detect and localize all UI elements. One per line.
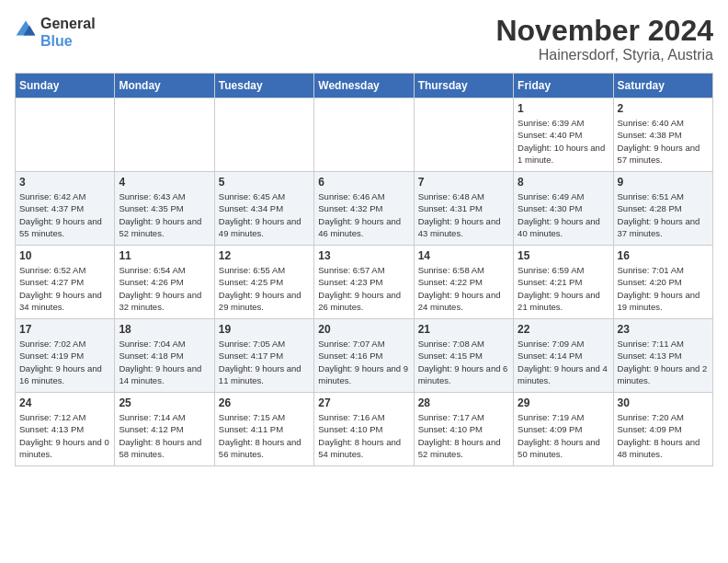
day-number: 29: [518, 396, 609, 409]
day-info: Sunrise: 6:39 AM Sunset: 4:40 PM Dayligh…: [518, 117, 609, 166]
day-number: 5: [219, 176, 310, 189]
day-number: 26: [219, 396, 310, 409]
calendar-day-cell: [314, 98, 414, 172]
day-info: Sunrise: 7:07 AM Sunset: 4:16 PM Dayligh…: [318, 338, 409, 386]
day-number: 21: [418, 323, 509, 336]
header-cell-saturday: Saturday: [613, 74, 712, 98]
day-info: Sunrise: 6:43 AM Sunset: 4:35 PM Dayligh…: [119, 190, 210, 239]
calendar-day-cell: 22Sunrise: 7:09 AM Sunset: 4:14 PM Dayli…: [514, 319, 613, 393]
calendar-week-row: 24Sunrise: 7:12 AM Sunset: 4:13 PM Dayli…: [16, 393, 713, 466]
calendar-day-cell: [16, 98, 115, 172]
calendar-body: 1Sunrise: 6:39 AM Sunset: 4:40 PM Daylig…: [16, 98, 713, 466]
calendar-day-cell: 3Sunrise: 6:42 AM Sunset: 4:37 PM Daylig…: [16, 172, 115, 246]
day-info: Sunrise: 6:42 AM Sunset: 4:37 PM Dayligh…: [19, 190, 110, 239]
calendar-week-row: 3Sunrise: 6:42 AM Sunset: 4:37 PM Daylig…: [16, 172, 713, 246]
calendar-week-row: 10Sunrise: 6:52 AM Sunset: 4:27 PM Dayli…: [16, 246, 713, 319]
calendar-day-cell: 4Sunrise: 6:43 AM Sunset: 4:35 PM Daylig…: [115, 172, 214, 246]
day-info: Sunrise: 7:08 AM Sunset: 4:15 PM Dayligh…: [418, 338, 509, 386]
calendar-day-cell: [115, 98, 214, 172]
day-number: 8: [518, 176, 609, 189]
subtitle: Hainersdorf, Styria, Austria: [495, 47, 713, 63]
day-info: Sunrise: 6:49 AM Sunset: 4:30 PM Dayligh…: [518, 190, 609, 239]
calendar-day-cell: 16Sunrise: 7:01 AM Sunset: 4:20 PM Dayli…: [613, 246, 712, 319]
day-number: 22: [518, 323, 609, 336]
header-cell-wednesday: Wednesday: [314, 74, 414, 98]
calendar-day-cell: 9Sunrise: 6:51 AM Sunset: 4:28 PM Daylig…: [613, 172, 712, 246]
header-cell-tuesday: Tuesday: [214, 74, 313, 98]
calendar-header-row: SundayMondayTuesdayWednesdayThursdayFrid…: [16, 74, 713, 98]
day-info: Sunrise: 6:54 AM Sunset: 4:26 PM Dayligh…: [119, 264, 210, 313]
day-number: 28: [418, 396, 509, 409]
day-info: Sunrise: 7:15 AM Sunset: 4:11 PM Dayligh…: [219, 411, 310, 460]
logo-text-general: General: [40, 15, 96, 32]
calendar-day-cell: 15Sunrise: 6:59 AM Sunset: 4:21 PM Dayli…: [514, 246, 613, 319]
day-info: Sunrise: 6:46 AM Sunset: 4:32 PM Dayligh…: [318, 190, 409, 239]
calendar-day-cell: 24Sunrise: 7:12 AM Sunset: 4:13 PM Dayli…: [16, 393, 115, 466]
calendar-day-cell: 10Sunrise: 6:52 AM Sunset: 4:27 PM Dayli…: [16, 246, 115, 319]
logo-text-blue: Blue: [40, 32, 96, 50]
day-info: Sunrise: 7:01 AM Sunset: 4:20 PM Dayligh…: [618, 264, 709, 313]
day-number: 10: [19, 249, 110, 262]
day-info: Sunrise: 6:58 AM Sunset: 4:22 PM Dayligh…: [418, 264, 509, 313]
day-info: Sunrise: 6:57 AM Sunset: 4:23 PM Dayligh…: [318, 264, 409, 313]
header: General Blue November 2024 Hainersdorf, …: [15, 15, 713, 63]
calendar-day-cell: 11Sunrise: 6:54 AM Sunset: 4:26 PM Dayli…: [115, 246, 214, 319]
day-number: 14: [418, 249, 509, 262]
day-info: Sunrise: 6:51 AM Sunset: 4:28 PM Dayligh…: [618, 190, 709, 239]
calendar-day-cell: 28Sunrise: 7:17 AM Sunset: 4:10 PM Dayli…: [414, 393, 513, 466]
calendar-day-cell: 19Sunrise: 7:05 AM Sunset: 4:17 PM Dayli…: [214, 319, 313, 393]
day-info: Sunrise: 7:09 AM Sunset: 4:14 PM Dayligh…: [518, 338, 609, 386]
day-info: Sunrise: 7:16 AM Sunset: 4:10 PM Dayligh…: [318, 411, 409, 460]
header-cell-friday: Friday: [514, 74, 613, 98]
title-area: November 2024 Hainersdorf, Styria, Austr…: [495, 15, 713, 63]
calendar: SundayMondayTuesdayWednesdayThursdayFrid…: [15, 73, 713, 466]
calendar-day-cell: 30Sunrise: 7:20 AM Sunset: 4:09 PM Dayli…: [613, 393, 712, 466]
calendar-day-cell: 20Sunrise: 7:07 AM Sunset: 4:16 PM Dayli…: [314, 319, 414, 393]
day-info: Sunrise: 6:52 AM Sunset: 4:27 PM Dayligh…: [19, 264, 110, 313]
calendar-day-cell: 8Sunrise: 6:49 AM Sunset: 4:30 PM Daylig…: [514, 172, 613, 246]
day-number: 25: [119, 396, 210, 409]
calendar-day-cell: 27Sunrise: 7:16 AM Sunset: 4:10 PM Dayli…: [314, 393, 414, 466]
day-info: Sunrise: 7:12 AM Sunset: 4:13 PM Dayligh…: [19, 411, 110, 460]
day-number: 18: [119, 323, 210, 336]
calendar-day-cell: 23Sunrise: 7:11 AM Sunset: 4:13 PM Dayli…: [613, 319, 712, 393]
day-number: 3: [19, 176, 110, 189]
header-cell-thursday: Thursday: [414, 74, 513, 98]
day-number: 12: [219, 249, 310, 262]
logo-icon: [15, 19, 37, 41]
day-number: 20: [318, 323, 409, 336]
day-number: 23: [618, 323, 709, 336]
day-number: 24: [19, 396, 110, 409]
day-number: 13: [318, 249, 409, 262]
day-number: 2: [618, 102, 709, 115]
calendar-day-cell: 14Sunrise: 6:58 AM Sunset: 4:22 PM Dayli…: [414, 246, 513, 319]
day-number: 6: [318, 176, 409, 189]
calendar-day-cell: 7Sunrise: 6:48 AM Sunset: 4:31 PM Daylig…: [414, 172, 513, 246]
header-cell-monday: Monday: [115, 74, 214, 98]
day-info: Sunrise: 7:17 AM Sunset: 4:10 PM Dayligh…: [418, 411, 509, 460]
day-info: Sunrise: 7:11 AM Sunset: 4:13 PM Dayligh…: [618, 338, 709, 386]
calendar-day-cell: 5Sunrise: 6:45 AM Sunset: 4:34 PM Daylig…: [214, 172, 313, 246]
calendar-day-cell: 26Sunrise: 7:15 AM Sunset: 4:11 PM Dayli…: [214, 393, 313, 466]
calendar-week-row: 1Sunrise: 6:39 AM Sunset: 4:40 PM Daylig…: [16, 98, 713, 172]
day-info: Sunrise: 7:14 AM Sunset: 4:12 PM Dayligh…: [119, 411, 210, 460]
day-number: 4: [119, 176, 210, 189]
day-info: Sunrise: 6:59 AM Sunset: 4:21 PM Dayligh…: [518, 264, 609, 313]
day-number: 7: [418, 176, 509, 189]
day-info: Sunrise: 7:05 AM Sunset: 4:17 PM Dayligh…: [219, 338, 310, 386]
calendar-day-cell: 21Sunrise: 7:08 AM Sunset: 4:15 PM Dayli…: [414, 319, 513, 393]
day-info: Sunrise: 6:45 AM Sunset: 4:34 PM Dayligh…: [219, 190, 310, 239]
calendar-day-cell: 17Sunrise: 7:02 AM Sunset: 4:19 PM Dayli…: [16, 319, 115, 393]
day-number: 17: [19, 323, 110, 336]
day-info: Sunrise: 6:55 AM Sunset: 4:25 PM Dayligh…: [219, 264, 310, 313]
calendar-day-cell: 18Sunrise: 7:04 AM Sunset: 4:18 PM Dayli…: [115, 319, 214, 393]
calendar-day-cell: 6Sunrise: 6:46 AM Sunset: 4:32 PM Daylig…: [314, 172, 414, 246]
day-number: 30: [618, 396, 709, 409]
calendar-day-cell: 29Sunrise: 7:19 AM Sunset: 4:09 PM Dayli…: [514, 393, 613, 466]
day-info: Sunrise: 6:40 AM Sunset: 4:38 PM Dayligh…: [618, 117, 709, 166]
calendar-day-cell: 1Sunrise: 6:39 AM Sunset: 4:40 PM Daylig…: [514, 98, 613, 172]
day-info: Sunrise: 7:20 AM Sunset: 4:09 PM Dayligh…: [618, 411, 709, 460]
day-info: Sunrise: 7:19 AM Sunset: 4:09 PM Dayligh…: [518, 411, 609, 460]
header-cell-sunday: Sunday: [16, 74, 115, 98]
day-number: 27: [318, 396, 409, 409]
